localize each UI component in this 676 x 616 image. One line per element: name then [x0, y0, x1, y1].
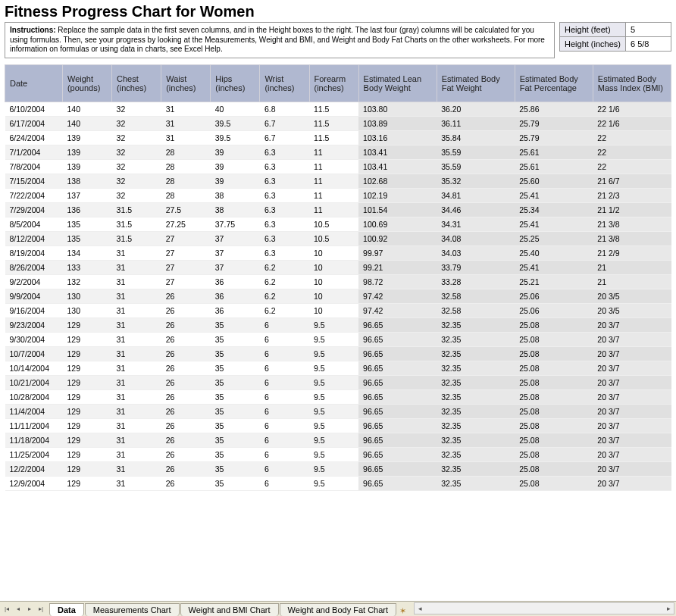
- table-cell[interactable]: 101.54: [358, 202, 437, 217]
- table-cell[interactable]: 31: [112, 274, 161, 289]
- table-cell[interactable]: 11: [309, 159, 358, 174]
- table-cell[interactable]: 20 3/7: [593, 476, 671, 490]
- table-cell[interactable]: 27: [161, 274, 211, 289]
- table-cell[interactable]: 139: [62, 145, 111, 159]
- table-cell[interactable]: 25.08: [515, 346, 593, 361]
- col-date[interactable]: Date: [5, 64, 63, 102]
- table-cell[interactable]: 134: [62, 245, 111, 260]
- table-cell[interactable]: 9/23/2004: [5, 317, 63, 332]
- table-cell[interactable]: 25.08: [515, 476, 593, 490]
- table-cell[interactable]: 96.65: [358, 389, 437, 404]
- table-cell[interactable]: 27: [161, 245, 211, 260]
- table-cell[interactable]: 22 1/6: [593, 116, 671, 130]
- table-cell[interactable]: 9.5: [309, 346, 358, 361]
- table-cell[interactable]: 20 3/7: [593, 375, 671, 389]
- table-cell[interactable]: 102.19: [358, 188, 437, 202]
- table-cell[interactable]: 31.5: [112, 217, 161, 231]
- table-cell[interactable]: 35.32: [437, 174, 515, 188]
- table-cell[interactable]: 28: [161, 174, 211, 188]
- table-cell[interactable]: 35.59: [437, 145, 515, 159]
- table-cell[interactable]: 32: [112, 188, 161, 202]
- table-cell[interactable]: 35: [211, 375, 260, 389]
- table-cell[interactable]: 32.35: [437, 361, 515, 375]
- table-cell[interactable]: 7/29/2004: [5, 202, 63, 217]
- tab-measurements[interactable]: Measurements Chart: [85, 603, 180, 616]
- table-cell[interactable]: 11.5: [309, 102, 358, 116]
- table-cell[interactable]: 10: [309, 303, 358, 317]
- table-cell[interactable]: 39.5: [211, 116, 260, 130]
- table-cell[interactable]: 20 3/7: [593, 418, 671, 433]
- tab-nav-prev-icon[interactable]: ◂: [13, 603, 23, 615]
- table-cell[interactable]: 31: [112, 332, 161, 346]
- table-cell[interactable]: 6.7: [260, 130, 309, 145]
- table-cell[interactable]: 9.5: [309, 404, 358, 418]
- col-hips[interactable]: Hips (inches): [211, 64, 260, 102]
- table-cell[interactable]: 6: [260, 447, 309, 461]
- table-cell[interactable]: 6/17/2004: [5, 116, 63, 130]
- horizontal-scrollbar[interactable]: ◂ ▸: [414, 602, 674, 614]
- table-cell[interactable]: 22: [593, 145, 671, 159]
- table-cell[interactable]: 37: [211, 245, 260, 260]
- table-cell[interactable]: 6.3: [260, 231, 309, 245]
- table-cell[interactable]: 9.5: [309, 418, 358, 433]
- table-cell[interactable]: 96.65: [358, 433, 437, 447]
- table-cell[interactable]: 9.5: [309, 361, 358, 375]
- table-cell[interactable]: 25.08: [515, 317, 593, 332]
- table-cell[interactable]: 6: [260, 476, 309, 490]
- table-cell[interactable]: 31: [112, 303, 161, 317]
- table-cell[interactable]: 38: [211, 202, 260, 217]
- table-cell[interactable]: 26: [161, 317, 211, 332]
- table-cell[interactable]: 25.08: [515, 375, 593, 389]
- table-cell[interactable]: 31: [112, 346, 161, 361]
- table-cell[interactable]: 6/24/2004: [5, 130, 63, 145]
- table-cell[interactable]: 139: [62, 130, 111, 145]
- table-cell[interactable]: 27: [161, 231, 211, 245]
- table-cell[interactable]: 10: [309, 245, 358, 260]
- table-cell[interactable]: 35: [211, 447, 260, 461]
- table-cell[interactable]: 6.8: [260, 102, 309, 116]
- table-cell[interactable]: 8/5/2004: [5, 217, 63, 231]
- table-cell[interactable]: 98.72: [358, 274, 437, 289]
- col-bmi[interactable]: Estimated Body Mass Index (BMI): [593, 64, 671, 102]
- table-cell[interactable]: 34.31: [437, 217, 515, 231]
- table-cell[interactable]: 31.5: [112, 231, 161, 245]
- table-cell[interactable]: 96.65: [358, 317, 437, 332]
- table-cell[interactable]: 31: [112, 317, 161, 332]
- table-cell[interactable]: 35: [211, 317, 260, 332]
- table-cell[interactable]: 11: [309, 174, 358, 188]
- table-cell[interactable]: 27.25: [161, 217, 211, 231]
- table-cell[interactable]: 26: [161, 375, 211, 389]
- table-cell[interactable]: 25.41: [515, 188, 593, 202]
- table-cell[interactable]: 32.58: [437, 303, 515, 317]
- table-cell[interactable]: 138: [62, 174, 111, 188]
- table-cell[interactable]: 28: [161, 159, 211, 174]
- table-cell[interactable]: 20 3/7: [593, 361, 671, 375]
- table-cell[interactable]: 25.34: [515, 202, 593, 217]
- table-cell[interactable]: 6.3: [260, 188, 309, 202]
- table-cell[interactable]: 35: [211, 389, 260, 404]
- table-cell[interactable]: 31: [112, 389, 161, 404]
- table-cell[interactable]: 25.08: [515, 447, 593, 461]
- table-cell[interactable]: 26: [161, 361, 211, 375]
- table-cell[interactable]: 25.41: [515, 260, 593, 274]
- table-cell[interactable]: 135: [62, 217, 111, 231]
- scroll-right-icon[interactable]: ▸: [663, 605, 674, 612]
- table-cell[interactable]: 33.28: [437, 274, 515, 289]
- table-cell[interactable]: 96.65: [358, 375, 437, 389]
- table-cell[interactable]: 21 3/8: [593, 231, 671, 245]
- table-cell[interactable]: 8/12/2004: [5, 231, 63, 245]
- table-cell[interactable]: 6/10/2004: [5, 102, 63, 116]
- table-cell[interactable]: 11: [309, 188, 358, 202]
- table-cell[interactable]: 32.35: [437, 404, 515, 418]
- table-cell[interactable]: 35: [211, 361, 260, 375]
- table-cell[interactable]: 20 3/5: [593, 289, 671, 303]
- table-cell[interactable]: 96.65: [358, 361, 437, 375]
- table-cell[interactable]: 100.69: [358, 217, 437, 231]
- table-cell[interactable]: 96.65: [358, 418, 437, 433]
- table-cell[interactable]: 21 2/9: [593, 245, 671, 260]
- table-cell[interactable]: 96.65: [358, 346, 437, 361]
- table-cell[interactable]: 36: [211, 289, 260, 303]
- table-cell[interactable]: 31: [161, 130, 211, 145]
- table-cell[interactable]: 32.35: [437, 317, 515, 332]
- table-cell[interactable]: 10/7/2004: [5, 346, 63, 361]
